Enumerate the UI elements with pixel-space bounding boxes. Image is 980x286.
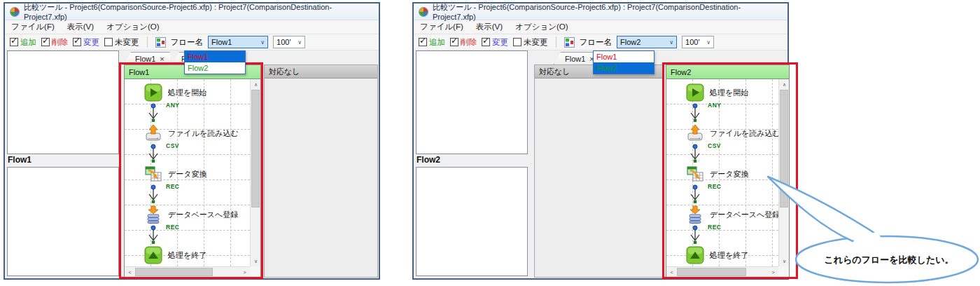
checkbox-unchanged-label: 未変更 bbox=[524, 37, 548, 48]
flow-node[interactable]: 処理を終了 bbox=[686, 246, 748, 264]
sidebar-top-panel[interactable] bbox=[7, 50, 119, 154]
flow-connector: REC bbox=[144, 225, 162, 245]
dropdown-option-flow2[interactable]: Flow2 bbox=[594, 62, 654, 74]
flow-canvas-grid: 処理を開始 ANY ファイルを読み込む CSV データ変換 REC データベース… bbox=[125, 79, 250, 266]
tab-close-icon[interactable]: × bbox=[160, 55, 164, 63]
checkbox-delete[interactable]: ✓ bbox=[41, 38, 50, 46]
scroll-left-icon[interactable]: < bbox=[666, 267, 677, 277]
scroll-right-icon[interactable]: > bbox=[768, 267, 778, 277]
grid-line bbox=[666, 104, 778, 104]
flow-node[interactable]: ファイルを読み込む bbox=[144, 124, 239, 142]
app-icon bbox=[10, 7, 20, 17]
scroll-left-icon[interactable]: < bbox=[125, 267, 135, 277]
sidebar-bottom-panel[interactable] bbox=[7, 167, 119, 276]
checkbox-unchanged[interactable] bbox=[104, 38, 113, 46]
dropdown-option-flow1[interactable]: Flow1 bbox=[594, 51, 654, 62]
checkbox-delete-group: ✓ 削除 bbox=[450, 37, 477, 48]
chevron-down-icon: ∨ bbox=[298, 39, 302, 46]
flow-node[interactable]: データベースへ登録 bbox=[144, 205, 238, 224]
flow-node[interactable]: データベースへ登録 bbox=[686, 205, 778, 224]
flow-node[interactable]: ファイルを読み込む bbox=[686, 124, 778, 142]
checkbox-delete[interactable]: ✓ bbox=[450, 38, 458, 46]
flow-node-label: 処理を開始 bbox=[168, 88, 206, 98]
flow-node-icon bbox=[686, 205, 704, 224]
grid-line bbox=[125, 104, 250, 104]
menu-file[interactable]: ファイル(F) bbox=[11, 22, 55, 32]
menu-options[interactable]: オプション(O) bbox=[106, 22, 159, 32]
title-bar[interactable]: 比較ツール - Project6(ComparisonSource-Projec… bbox=[414, 4, 788, 20]
vertical-scroll-thumb[interactable] bbox=[780, 90, 788, 207]
checkbox-change-group: ✓ 変更 bbox=[482, 37, 508, 48]
checkbox-unchanged-label: 未変更 bbox=[115, 37, 139, 48]
menu-view[interactable]: 表示(V) bbox=[67, 22, 94, 32]
horizontal-scroll-thumb[interactable] bbox=[135, 268, 213, 276]
tab-flow1[interactable]: Flow1 × bbox=[124, 52, 172, 64]
vertical-scrollbar[interactable]: ∧ ∨ bbox=[778, 79, 789, 266]
flow-node-label: データ変換 bbox=[710, 169, 749, 179]
scroll-down-icon[interactable]: ∨ bbox=[779, 256, 789, 266]
checkbox-add-group: ✓ 追加 bbox=[10, 37, 36, 48]
flow-node[interactable]: データ変換 bbox=[144, 165, 207, 183]
flow-node[interactable]: 処理を開始 bbox=[144, 83, 206, 102]
scroll-up-icon[interactable]: ∧ bbox=[779, 79, 789, 90]
flow-name-value: Flow2 bbox=[620, 38, 640, 46]
flow-connector: REC bbox=[144, 184, 162, 204]
checkbox-change[interactable]: ✓ bbox=[73, 38, 81, 46]
checkbox-add[interactable]: ✓ bbox=[419, 38, 427, 46]
horizontal-scroll-thumb[interactable] bbox=[677, 268, 746, 276]
sidebar-flow-label: Flow1 bbox=[8, 155, 120, 166]
flow-canvas[interactable]: 処理を開始 ANY ファイルを読み込む CSV データ変換 REC データベース… bbox=[125, 79, 260, 277]
flow-connector: CSV bbox=[686, 144, 704, 163]
flow-node-label: 処理を終了 bbox=[168, 250, 206, 261]
comparison-tool-window-source: 比較ツール - Project6(ComparisonSource-Projec… bbox=[4, 2, 380, 280]
menu-options[interactable]: オプション(O) bbox=[515, 22, 568, 32]
zoom-combobox[interactable]: 100' ∨ bbox=[273, 36, 305, 48]
checkbox-unchanged[interactable] bbox=[513, 38, 522, 46]
flow-name-dropdown-list: Flow1 Flow2 bbox=[593, 50, 654, 74]
flow-name-combobox[interactable]: Flow1 ∨ bbox=[208, 36, 268, 48]
flow-node[interactable]: 処理を終了 bbox=[144, 246, 206, 264]
connector-type-label: CSV bbox=[166, 142, 179, 149]
flow-panel-header: Flow2 bbox=[666, 65, 789, 79]
no-match-panel: 対応なし bbox=[264, 64, 378, 278]
flow-connector: REC bbox=[686, 225, 704, 245]
title-bar[interactable]: 比較ツール - Project6(ComparisonSource-Projec… bbox=[5, 4, 379, 20]
checkbox-change[interactable]: ✓ bbox=[482, 38, 490, 46]
scroll-up-icon[interactable]: ∧ bbox=[251, 79, 260, 90]
menu-view[interactable]: 表示(V) bbox=[476, 22, 503, 32]
vertical-scroll-thumb[interactable] bbox=[251, 90, 260, 207]
vertical-scrollbar[interactable]: ∧ ∨ bbox=[250, 79, 260, 266]
flow-diagram-panel: Flow2 処理を開始 ANY ファイルを読み込む CSV データ変換 REC … bbox=[666, 64, 790, 278]
no-match-header: 対応なし bbox=[265, 65, 377, 79]
toolbar: ✓ 追加 ✓ 削除 ✓ 変更 未変更 フロー名 Flow1 ∨ 100' ∨ bbox=[5, 34, 379, 50]
flow-canvas[interactable]: 処理を開始 ANY ファイルを読み込む CSV データ変換 REC データベース… bbox=[666, 79, 789, 277]
dropdown-option-flow1[interactable]: Flow1 bbox=[185, 51, 245, 62]
flow-node-label: 処理を開始 bbox=[710, 88, 748, 98]
flow-node-icon bbox=[144, 124, 162, 142]
sidebar-top-panel[interactable] bbox=[416, 50, 528, 154]
scroll-down-icon[interactable]: ∨ bbox=[251, 256, 260, 266]
flow-node[interactable]: 処理を開始 bbox=[686, 83, 748, 102]
menu-file[interactable]: ファイル(F) bbox=[420, 22, 463, 32]
flow-node[interactable]: データ変換 bbox=[686, 165, 749, 183]
checkbox-add[interactable]: ✓ bbox=[10, 38, 18, 46]
chevron-down-icon: ∨ bbox=[669, 39, 673, 46]
toolbar: ✓ 追加 ✓ 削除 ✓ 変更 未変更 フロー名 Flow2 ∨ 100' ∨ bbox=[414, 34, 788, 50]
flow-name-combobox[interactable]: Flow2 ∨ bbox=[617, 36, 677, 48]
connector-type-label: ANY bbox=[708, 102, 721, 109]
check-icon: ✓ bbox=[42, 36, 49, 46]
horizontal-scrollbar[interactable]: < > bbox=[125, 266, 250, 277]
flow-node-label: ファイルを読み込む bbox=[168, 128, 239, 139]
grid-line bbox=[666, 154, 778, 155]
grid-line bbox=[772, 79, 773, 266]
tab-strip: Flow1 × Flow2 bbox=[529, 50, 788, 64]
zoom-combobox[interactable]: 100' ∨ bbox=[682, 36, 714, 48]
dropdown-option-flow2[interactable]: Flow2 bbox=[185, 62, 245, 74]
flow-node-label: ファイルを読み込む bbox=[710, 128, 778, 139]
sidebar-bottom-panel[interactable] bbox=[416, 167, 528, 276]
scroll-right-icon[interactable]: > bbox=[239, 267, 250, 277]
window-title: 比較ツール - Project6(ComparisonSource-Projec… bbox=[433, 2, 783, 21]
connector-type-label: REC bbox=[166, 224, 179, 231]
tab-label: Flow1 bbox=[135, 55, 155, 63]
horizontal-scrollbar[interactable]: < > bbox=[666, 266, 778, 277]
